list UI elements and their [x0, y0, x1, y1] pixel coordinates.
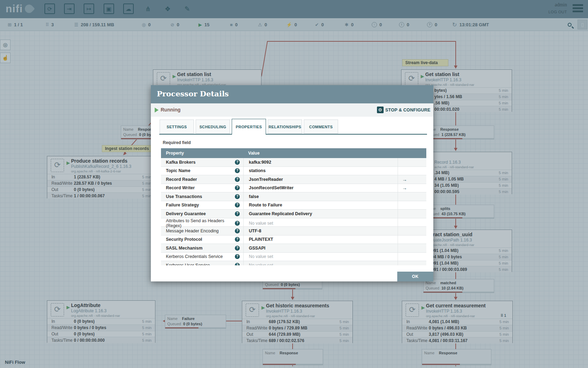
table-row[interactable]: Security Protocol? PLAINTEXT [161, 236, 426, 244]
table-row[interactable]: Failure Strategy? Route to Failure [161, 201, 426, 210]
help-icon[interactable]: ? [235, 194, 240, 199]
table-row[interactable]: Kafka Brokers? kafka:9092 [161, 158, 426, 167]
help-icon[interactable]: ? [235, 203, 240, 207]
stop-and-configure-button[interactable]: ⚙ STOP & CONFIGURE [377, 107, 430, 113]
help-icon[interactable]: ? [235, 246, 240, 251]
tab-underline [159, 134, 427, 135]
table-row[interactable]: Use Transactions? false [161, 192, 426, 201]
table-row[interactable]: Kerberos User Service? No value set [161, 261, 426, 265]
dialog-title: Processor Details [157, 89, 229, 98]
tab-relationships[interactable]: RELATIONSHIPS [268, 120, 302, 134]
table-row[interactable]: Attributes to Send as Headers (Regex)? N… [161, 218, 426, 227]
table-row[interactable]: Message Header Encoding? UTF-8 [161, 227, 426, 236]
running-status-icon [155, 108, 159, 113]
properties-table: Property Value Kafka Brokers? kafka:9092… [161, 148, 426, 265]
table-row[interactable]: SASL Mechanism? GSSAPI [161, 244, 426, 253]
help-icon[interactable]: ? [235, 185, 240, 190]
help-icon[interactable]: ? [235, 160, 240, 165]
help-icon[interactable]: ? [235, 177, 240, 182]
table-row[interactable]: Kerberos Credentials Service? No value s… [161, 253, 426, 261]
tab-settings[interactable]: SETTINGS [160, 120, 194, 134]
help-icon[interactable]: ? [235, 211, 240, 216]
help-icon[interactable]: ? [235, 237, 240, 242]
goto-service-icon[interactable]: → [398, 175, 426, 184]
table-row[interactable]: Delivery Guarantee? Guarantee Replicated… [161, 210, 426, 218]
required-field-note: Required field [163, 140, 191, 145]
goto-service-icon[interactable]: → [398, 184, 426, 192]
tab-comments[interactable]: COMMENTS [304, 120, 338, 134]
help-icon[interactable]: ? [235, 229, 240, 233]
help-icon[interactable]: ? [235, 254, 240, 259]
table-row[interactable]: Record Writer? JsonRecordSetWriter → [161, 184, 426, 193]
processor-details-dialog: Processor Details Running ⚙ STOP & CONFI… [151, 85, 433, 281]
help-icon[interactable]: ? [235, 221, 240, 226]
table-row[interactable]: Record Reader? JsonTreeReader → [161, 175, 426, 184]
tab-properties[interactable]: PROPERTIES [232, 119, 266, 135]
ok-button[interactable]: OK [397, 272, 433, 281]
help-icon[interactable]: ? [235, 168, 240, 173]
gear-icon: ⚙ [377, 107, 384, 113]
dialog-status-row: Running ⚙ STOP & CONFIGURE [151, 103, 433, 117]
value-column-header: Value [243, 151, 398, 156]
table-row[interactable]: Topic Name? stations [161, 167, 426, 176]
property-column-header: Property [161, 151, 243, 156]
tab-scheduling[interactable]: SCHEDULING [196, 120, 230, 134]
running-status-label: Running [161, 107, 181, 113]
dialog-header: Processor Details [151, 85, 433, 103]
help-icon[interactable]: ? [235, 263, 240, 265]
properties-table-header: Property Value [161, 148, 426, 158]
